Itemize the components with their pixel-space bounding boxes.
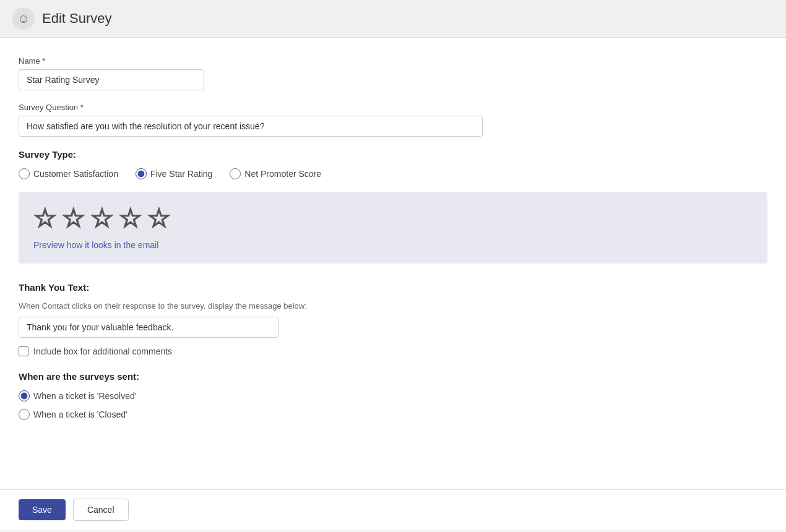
page-header: ☺ Edit Survey <box>0 0 786 38</box>
star-5[interactable]: ☆ <box>147 205 171 231</box>
question-group: Survey Question * <box>19 103 767 137</box>
thank-you-label: Thank You Text: <box>19 282 767 293</box>
radio-five-star[interactable] <box>136 168 147 179</box>
name-input[interactable] <box>19 69 204 90</box>
footer: Save Cancel <box>0 489 786 530</box>
radio-label-closed: When a ticket is 'Closed' <box>33 410 127 419</box>
page-title: Edit Survey <box>42 11 112 27</box>
radio-label-customer-satisfaction: Customer Satisfaction <box>33 169 118 179</box>
when-sent-section: When are the surveys sent: When a ticket… <box>19 371 767 420</box>
thank-you-description: When Contact clicks on their response to… <box>19 301 767 311</box>
radio-label-resolved: When a ticket is 'Resolved' <box>33 391 136 401</box>
radio-closed[interactable] <box>19 409 30 420</box>
survey-type-label: Survey Type: <box>19 149 767 160</box>
radio-item-nps[interactable]: Net Promoter Score <box>230 168 321 179</box>
thank-you-section: Thank You Text: When Contact clicks on t… <box>19 282 767 356</box>
star-4[interactable]: ☆ <box>119 205 142 231</box>
radio-customer-satisfaction[interactable] <box>19 168 30 179</box>
save-button[interactable]: Save <box>19 499 66 520</box>
name-group: Name * <box>19 56 767 90</box>
stars-row: ☆ ☆ ☆ ☆ ☆ <box>33 205 753 231</box>
question-input[interactable] <box>19 116 483 137</box>
when-sent-label: When are the surveys sent: <box>19 371 767 382</box>
radio-item-closed[interactable]: When a ticket is 'Closed' <box>19 409 767 420</box>
radio-label-five-star: Five Star Rating <box>150 169 212 179</box>
main-content: Name * Survey Question * Survey Type: Cu… <box>0 38 786 489</box>
preview-box: ☆ ☆ ☆ ☆ ☆ Preview how it looks in the em… <box>19 192 767 264</box>
radio-item-customer-satisfaction[interactable]: Customer Satisfaction <box>19 168 118 179</box>
radio-label-nps: Net Promoter Score <box>244 169 321 179</box>
thank-you-input[interactable] <box>19 317 279 338</box>
survey-type-radio-group: Customer Satisfaction Five Star Rating N… <box>19 168 767 179</box>
checkbox-group: Include box for additional comments <box>19 346 767 356</box>
question-label: Survey Question * <box>19 103 767 112</box>
name-label: Name * <box>19 56 767 66</box>
additional-comments-label: Include box for additional comments <box>33 346 172 356</box>
survey-type-section: Survey Type: Customer Satisfaction Five … <box>19 149 767 179</box>
radio-item-five-star[interactable]: Five Star Rating <box>136 168 212 179</box>
header-icon: ☺ <box>12 7 35 30</box>
when-sent-radio-group: When a ticket is 'Resolved' When a ticke… <box>19 390 767 420</box>
radio-nps[interactable] <box>230 168 241 179</box>
additional-comments-checkbox[interactable] <box>19 346 28 356</box>
cancel-button[interactable]: Cancel <box>73 499 129 521</box>
star-2[interactable]: ☆ <box>62 205 85 231</box>
radio-resolved[interactable] <box>19 390 30 401</box>
star-1[interactable]: ☆ <box>33 205 57 231</box>
preview-link[interactable]: Preview how it looks in the email <box>33 240 158 250</box>
radio-item-resolved[interactable]: When a ticket is 'Resolved' <box>19 390 767 401</box>
star-3[interactable]: ☆ <box>90 205 114 231</box>
